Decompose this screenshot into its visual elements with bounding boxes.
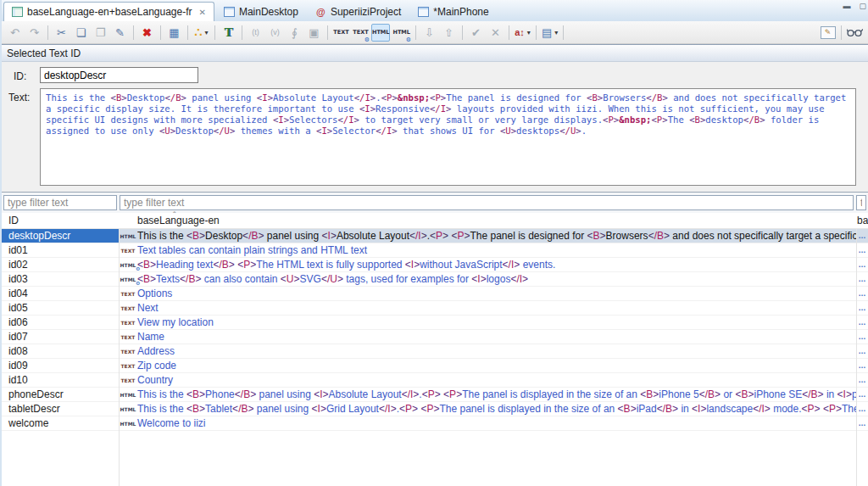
row-text-cell[interactable]: This is the <B>Tablet</B> panel using <I… xyxy=(137,403,857,415)
row-overflow-cell[interactable]: … xyxy=(857,332,868,341)
close-tab-icon[interactable]: ✕ xyxy=(199,8,206,17)
row-overflow-cell[interactable]: … xyxy=(857,275,868,283)
edit-entry-icon[interactable]: ✎ xyxy=(111,24,129,42)
table-row[interactable]: id01TEXTText tables can contain plain st… xyxy=(2,243,868,258)
row-id-cell[interactable]: phoneDescr xyxy=(2,388,119,401)
column-header-baselanguage-fr[interactable]: baseLanguage-fr xyxy=(857,215,868,226)
preview-glasses-icon[interactable] xyxy=(846,24,864,42)
row-overflow-cell[interactable]: … xyxy=(857,232,868,240)
row-overflow-cell[interactable]: … xyxy=(857,390,868,399)
table-row[interactable]: id05TEXTNext… xyxy=(2,301,868,316)
row-id-cell[interactable]: id04 xyxy=(2,287,119,300)
cut-icon[interactable]: ✂ xyxy=(53,24,70,42)
view-menu-dropdown-icon[interactable]: ▤▾ xyxy=(541,24,559,42)
language-en-filter-input[interactable] xyxy=(120,195,854,210)
table-row[interactable]: id09TEXTZip code… xyxy=(2,359,868,373)
tab-baselanguage-en-baselanguage-fr[interactable]: baseLanguage-en+baseLanguage-fr✕ xyxy=(3,2,214,21)
row-id-cell[interactable]: id05 xyxy=(2,301,119,315)
param-value-icon[interactable]: (v) xyxy=(266,24,284,42)
table-row[interactable]: id08TEXTAddress… xyxy=(2,344,868,359)
dropdown-arrow-icon[interactable]: ▾ xyxy=(204,29,208,36)
row-text-cell[interactable]: Name xyxy=(137,331,857,343)
attach-icon[interactable]: ∮ xyxy=(286,24,303,42)
minimize-icon[interactable]: ▬ xyxy=(843,2,850,10)
row-overflow-cell[interactable]: … xyxy=(857,347,868,355)
redo-icon[interactable]: ↷ xyxy=(25,24,43,42)
maximize-icon[interactable]: ▢ xyxy=(859,2,866,10)
row-id-cell[interactable]: desktopDescr xyxy=(2,229,119,243)
column-header-id[interactable]: ID xyxy=(2,215,119,226)
row-text-cell[interactable]: View my location xyxy=(137,316,857,328)
row-overflow-cell[interactable]: … xyxy=(857,304,868,312)
row-id-cell[interactable]: id10 xyxy=(2,373,119,387)
row-id-cell[interactable]: id07 xyxy=(2,330,119,344)
row-text-cell[interactable]: Welcome to iizi xyxy=(137,417,857,429)
table-row[interactable]: desktopDescrHTMLThis is the <B>Desktop</… xyxy=(2,229,868,243)
tab-mainphone[interactable]: *MainPhone xyxy=(410,2,496,21)
row-text-cell[interactable]: <B>Texts</B> can also contain <U>SVG</U>… xyxy=(137,273,857,285)
cell-editor-icon[interactable]: ✎ xyxy=(819,24,837,42)
row-id-cell[interactable]: id09 xyxy=(2,359,119,372)
reject-icon[interactable]: ✕ xyxy=(487,24,504,42)
row-overflow-cell[interactable]: … xyxy=(857,260,868,269)
text-script-mode-icon[interactable]: TEXT⚙ xyxy=(352,24,370,42)
row-text-cell[interactable]: Zip code xyxy=(137,360,857,371)
dropdown-arrow-icon[interactable]: ▾ xyxy=(527,29,531,36)
move-up-icon[interactable]: ⇧ xyxy=(440,24,458,42)
tab-superiiziproject[interactable]: @SuperiiziProject xyxy=(308,2,409,21)
table-row[interactable]: id07TEXTName… xyxy=(2,330,868,344)
table-icon[interactable]: ▦ xyxy=(165,24,183,42)
row-overflow-cell[interactable]: … xyxy=(857,361,868,370)
row-text-cell[interactable]: This is the <B>Desktop</B> panel using <… xyxy=(137,230,857,242)
dropdown-arrow-icon[interactable]: ▾ xyxy=(554,29,558,36)
paste-icon[interactable]: ❐ xyxy=(92,24,109,42)
delete-icon[interactable]: ✖ xyxy=(138,24,156,42)
table-row[interactable]: id03HTML⚙<B>Texts</B> can also contain <… xyxy=(2,272,868,287)
image-icon[interactable]: ▣ xyxy=(305,24,323,42)
id-filter-input[interactable] xyxy=(3,195,117,210)
row-id-cell[interactable]: id03 xyxy=(2,272,119,286)
table-row[interactable]: id04TEXTOptions… xyxy=(2,287,868,301)
row-id-cell[interactable]: id06 xyxy=(2,316,119,329)
row-overflow-cell[interactable]: … xyxy=(857,405,868,413)
undo-icon[interactable]: ↶ xyxy=(6,24,24,42)
row-overflow-cell[interactable]: … xyxy=(857,419,868,427)
html-mode-icon[interactable]: HTML xyxy=(371,24,390,42)
row-overflow-cell[interactable]: … xyxy=(857,376,868,384)
param-text-icon[interactable]: (t) xyxy=(247,24,264,42)
row-id-cell[interactable]: id02 xyxy=(2,258,119,271)
table-row[interactable]: welcomeHTMLWelcome to iizi… xyxy=(2,416,868,431)
text-editor-icon[interactable]: T xyxy=(220,24,237,42)
row-text-cell[interactable]: Address xyxy=(137,345,857,357)
row-id-cell[interactable]: welcome xyxy=(2,416,119,430)
row-text-cell[interactable]: This is the <B>Phone</B> panel using <I>… xyxy=(137,388,857,400)
row-text-cell[interactable]: <B>Heading text</B> <P>The HTML text is … xyxy=(137,259,857,271)
languages-dropdown-icon[interactable]: ∴▾ xyxy=(192,24,210,42)
row-id-cell[interactable]: tabletDescr xyxy=(2,402,119,416)
html-script-mode-icon[interactable]: HTML⚙ xyxy=(392,24,410,42)
text-mode-icon[interactable]: TEXT xyxy=(332,24,350,42)
language-fr-filter-input[interactable] xyxy=(856,195,866,210)
row-id-cell[interactable]: id01 xyxy=(2,243,119,257)
column-header-baselanguage-en[interactable]: baseLanguage-en xyxy=(119,215,857,226)
row-overflow-cell[interactable]: … xyxy=(857,289,868,298)
row-text-cell[interactable]: Country xyxy=(137,374,857,386)
text-id-input[interactable] xyxy=(40,67,198,83)
table-row[interactable]: phoneDescrHTMLThis is the <B>Phone</B> p… xyxy=(2,388,868,402)
copy-icon[interactable]: ❏ xyxy=(72,24,90,42)
table-row[interactable]: id06TEXTView my location… xyxy=(2,316,868,330)
row-overflow-cell[interactable]: … xyxy=(857,246,868,254)
move-down-icon[interactable]: ⇩ xyxy=(420,24,438,42)
sort-dropdown-icon[interactable]: a↕▾ xyxy=(514,24,531,42)
row-text-cell[interactable]: Options xyxy=(137,288,857,299)
accept-icon[interactable]: ✔ xyxy=(467,24,485,42)
row-overflow-cell[interactable]: … xyxy=(857,318,868,327)
row-id-cell[interactable]: id08 xyxy=(2,344,119,358)
tab-maindesktop[interactable]: MainDesktop xyxy=(216,2,306,21)
text-editor[interactable]: This is the <B>Desktop</B> panel using <… xyxy=(40,88,856,186)
table-row[interactable]: tabletDescrHTMLThis is the <B>Tablet</B>… xyxy=(2,402,868,416)
row-text-cell[interactable]: Text tables can contain plain strings an… xyxy=(137,244,857,256)
table-row[interactable]: id10TEXTCountry… xyxy=(2,373,868,388)
table-row[interactable]: id02HTML⚙<B>Heading text</B> <P>The HTML… xyxy=(2,258,868,272)
row-text-cell[interactable]: Next xyxy=(137,302,857,314)
